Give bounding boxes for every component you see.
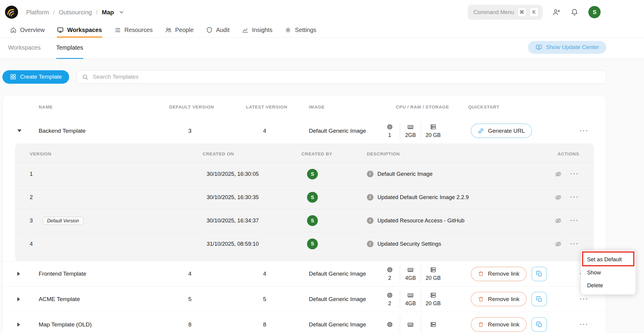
- breadcrumb-current-map[interactable]: Map: [102, 9, 114, 16]
- expand-row-caret[interactable]: [17, 323, 20, 327]
- trash-icon: [478, 271, 484, 277]
- storage-spec: 20 GB: [421, 122, 445, 140]
- templates-page: Create Template NAME DEFAULT VERSION LAT…: [0, 59, 644, 333]
- header-actions: Command Menu ⌘ K S: [468, 5, 601, 19]
- storage-value: 20 GB: [426, 275, 441, 281]
- created-on-value: 31/10/2025, 08:59:10: [188, 241, 287, 247]
- col-default-version: DEFAULT VERSION: [169, 104, 246, 109]
- create-template-button[interactable]: Create Template: [2, 70, 69, 84]
- nav-settings[interactable]: Settings: [285, 25, 316, 38]
- storage-icon: [430, 321, 437, 328]
- cpu-value: 2: [388, 275, 391, 281]
- remove-link-button[interactable]: Remove link: [471, 317, 527, 332]
- breadcrumb-outsourcing[interactable]: Outsourcing: [59, 9, 92, 16]
- home-icon: [10, 27, 17, 33]
- row-menu-button[interactable]: ···: [580, 127, 589, 135]
- hide-version-button[interactable]: [555, 217, 562, 224]
- version-number: 3: [30, 217, 34, 224]
- version-number: 4: [30, 241, 34, 247]
- nav-audit[interactable]: Audit: [206, 25, 230, 38]
- cpu-spec: [379, 316, 400, 333]
- storage-spec: 20 GB: [421, 265, 445, 283]
- eye-off-icon: [555, 217, 562, 224]
- copy-icon: [536, 321, 543, 328]
- invite-people-button[interactable]: [552, 8, 561, 16]
- version-menu-button-open[interactable]: ···: [570, 240, 579, 248]
- update-center-icon: [535, 44, 542, 51]
- eye-off-icon: [555, 194, 562, 201]
- version-row-4: 4 31/10/2025, 08:59:10 S i Updated Secur…: [15, 232, 594, 255]
- remove-link-button[interactable]: Remove link: [471, 267, 527, 281]
- ram-value: 4GB: [405, 275, 416, 281]
- version-menu-button[interactable]: ···: [570, 170, 579, 178]
- ram-icon: [407, 292, 414, 299]
- nav-resources[interactable]: Resources: [114, 25, 153, 38]
- user-avatar[interactable]: S: [588, 6, 601, 18]
- duplicate-template-button[interactable]: [531, 267, 547, 281]
- menu-item-set-as-default[interactable]: Set as Default: [581, 253, 636, 266]
- person-add-icon: [552, 8, 561, 16]
- top-header: Platform / Outsourcing / Map Command Men…: [0, 0, 644, 25]
- remove-link-label: Remove link: [488, 321, 520, 328]
- nav-workspaces[interactable]: Workspaces: [57, 25, 102, 38]
- template-row-acme: ACME Template 5 5 Default Generic Image …: [3, 286, 606, 312]
- menu-item-delete[interactable]: Delete: [581, 279, 636, 292]
- generate-url-button[interactable]: Generate URL: [471, 123, 532, 138]
- tab-workspaces[interactable]: Workspaces: [8, 38, 40, 59]
- col-cpu-ram-storage: CPU / RAM / STORAGE: [396, 104, 468, 109]
- tab-templates-label: Templates: [56, 44, 83, 51]
- col-image: IMAGE: [309, 104, 396, 109]
- search-templates-input[interactable]: [93, 74, 601, 80]
- info-icon: i: [367, 241, 373, 247]
- hide-version-button[interactable]: [555, 170, 562, 178]
- version-menu-button[interactable]: ···: [570, 217, 579, 224]
- eye-off-icon: [555, 240, 562, 248]
- col-version: VERSION: [30, 151, 188, 156]
- hide-version-button[interactable]: [555, 240, 562, 248]
- remove-link-button[interactable]: Remove link: [471, 292, 527, 306]
- tab-templates[interactable]: Templates: [56, 38, 83, 59]
- show-update-center-button[interactable]: Show Update Center: [528, 41, 606, 54]
- storage-value: 20 GB: [426, 300, 441, 307]
- creator-avatar: S: [307, 239, 318, 249]
- col-quickstart: QUICKSTART: [468, 104, 562, 109]
- default-version-badge: Default Version: [43, 217, 83, 225]
- version-menu-button[interactable]: ···: [570, 193, 579, 201]
- app-logo-icon[interactable]: [4, 5, 19, 19]
- cpu-spec: 2: [379, 290, 400, 308]
- creator-avatar: S: [307, 169, 318, 180]
- chart-icon: [242, 27, 249, 33]
- monitor-icon: [57, 27, 64, 33]
- expand-row-caret[interactable]: [17, 272, 20, 276]
- storage-spec: [421, 316, 445, 333]
- link-icon: [478, 128, 484, 134]
- duplicate-template-button[interactable]: [531, 317, 547, 332]
- version-row-3: 3 Default Version 30/10/2025, 16:34:37 S…: [15, 209, 594, 232]
- chevron-down-icon[interactable]: [119, 10, 124, 15]
- row-menu-button[interactable]: ···: [580, 321, 589, 329]
- hide-version-button[interactable]: [555, 194, 562, 201]
- version-context-menu: Set as Default Show Delete: [581, 250, 636, 294]
- command-menu-button[interactable]: Command Menu ⌘ K: [468, 5, 543, 19]
- expand-row-caret[interactable]: [17, 297, 20, 301]
- row-menu-button[interactable]: ···: [580, 295, 589, 303]
- notifications-button[interactable]: [570, 8, 578, 16]
- nav-insights[interactable]: Insights: [242, 25, 272, 38]
- bell-icon: [570, 8, 578, 16]
- ram-value: 2GB: [405, 132, 416, 138]
- tab-workspaces-label: Workspaces: [8, 44, 40, 51]
- latest-version-value: 4: [246, 271, 284, 277]
- menu-item-show[interactable]: Show: [581, 266, 636, 279]
- nav-settings-label: Settings: [295, 27, 316, 33]
- collapse-row-caret[interactable]: [17, 129, 22, 132]
- nav-people[interactable]: People: [165, 25, 194, 38]
- ram-spec: [400, 316, 421, 333]
- created-on-value: 30/10/2025, 16:34:37: [188, 217, 287, 224]
- duplicate-template-button[interactable]: [531, 292, 547, 306]
- storage-icon: [430, 123, 437, 130]
- nav-overview-label: Overview: [20, 27, 45, 33]
- nav-overview[interactable]: Overview: [10, 25, 45, 38]
- k-key-icon: K: [530, 8, 539, 17]
- cpu-spec: 1: [379, 122, 400, 140]
- breadcrumb-platform[interactable]: Platform: [26, 9, 49, 16]
